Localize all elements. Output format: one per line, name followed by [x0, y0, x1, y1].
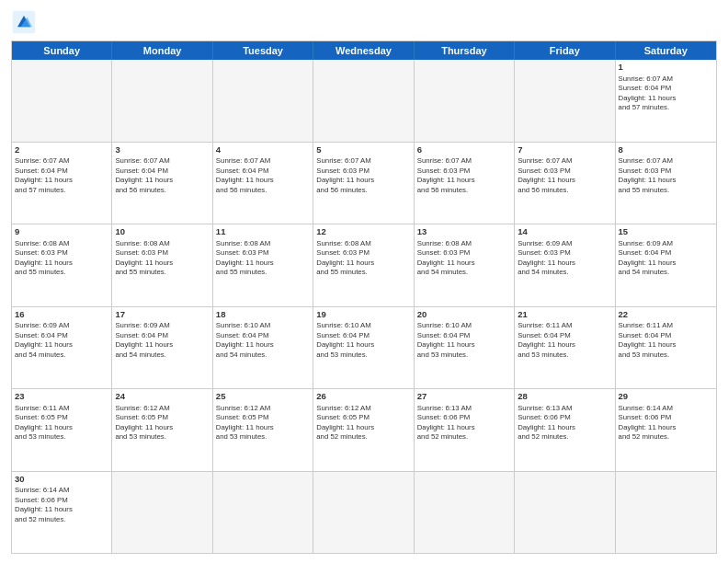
- day-info: Sunrise: 6:10 AM Sunset: 6:04 PM Dayligh…: [216, 321, 310, 360]
- day-cell: 9Sunrise: 6:08 AM Sunset: 6:03 PM Daylig…: [12, 224, 112, 306]
- day-info: Sunrise: 6:08 AM Sunset: 6:03 PM Dayligh…: [417, 239, 511, 278]
- day-cell: [313, 472, 414, 554]
- day-number: 23: [15, 391, 108, 403]
- day-info: Sunrise: 6:07 AM Sunset: 6:04 PM Dayligh…: [115, 156, 209, 195]
- logo-icon: [11, 9, 37, 35]
- day-cell: 1Sunrise: 6:07 AM Sunset: 6:04 PM Daylig…: [616, 60, 716, 142]
- day-header-friday: Friday: [515, 41, 615, 60]
- day-header-sunday: Sunday: [12, 41, 112, 60]
- day-number: 29: [619, 391, 713, 403]
- day-info: Sunrise: 6:08 AM Sunset: 6:03 PM Dayligh…: [216, 239, 310, 278]
- day-number: 10: [115, 226, 209, 238]
- day-cell: [213, 60, 313, 142]
- day-number: 16: [15, 309, 108, 321]
- day-cell: 8Sunrise: 6:07 AM Sunset: 6:03 PM Daylig…: [616, 143, 716, 224]
- day-info: Sunrise: 6:07 AM Sunset: 6:04 PM Dayligh…: [619, 75, 713, 113]
- day-number: 24: [115, 391, 209, 403]
- day-cell: 18Sunrise: 6:10 AM Sunset: 6:04 PM Dayli…: [213, 307, 313, 389]
- day-info: Sunrise: 6:07 AM Sunset: 6:04 PM Dayligh…: [15, 156, 108, 195]
- day-number: 7: [518, 144, 611, 156]
- day-cell: 22Sunrise: 6:11 AM Sunset: 6:04 PM Dayli…: [616, 307, 716, 389]
- day-cell: 25Sunrise: 6:12 AM Sunset: 6:05 PM Dayli…: [213, 389, 313, 471]
- day-info: Sunrise: 6:11 AM Sunset: 6:05 PM Dayligh…: [15, 404, 108, 442]
- day-cell: [515, 472, 615, 554]
- day-cell: [415, 472, 515, 554]
- day-number: 18: [216, 309, 310, 321]
- day-cell: 2Sunrise: 6:07 AM Sunset: 6:04 PM Daylig…: [12, 143, 112, 224]
- day-info: Sunrise: 6:12 AM Sunset: 6:05 PM Dayligh…: [316, 404, 410, 442]
- day-cell: 10Sunrise: 6:08 AM Sunset: 6:03 PM Dayli…: [112, 224, 212, 306]
- day-number: 11: [216, 226, 310, 238]
- day-info: Sunrise: 6:07 AM Sunset: 6:03 PM Dayligh…: [619, 156, 713, 195]
- day-number: 13: [417, 226, 511, 238]
- day-headers: SundayMondayTuesdayWednesdayThursdayFrid…: [12, 41, 716, 60]
- day-header-tuesday: Tuesday: [213, 41, 313, 60]
- day-info: Sunrise: 6:09 AM Sunset: 6:03 PM Dayligh…: [518, 239, 611, 278]
- day-number: 4: [216, 144, 310, 156]
- day-number: 5: [316, 144, 410, 156]
- day-cell: 27Sunrise: 6:13 AM Sunset: 6:06 PM Dayli…: [415, 389, 515, 471]
- day-cell: 14Sunrise: 6:09 AM Sunset: 6:03 PM Dayli…: [515, 224, 615, 306]
- week-row-4: 23Sunrise: 6:11 AM Sunset: 6:05 PM Dayli…: [12, 389, 716, 472]
- day-header-thursday: Thursday: [415, 41, 515, 60]
- week-row-0: 1Sunrise: 6:07 AM Sunset: 6:04 PM Daylig…: [12, 60, 716, 143]
- day-cell: [112, 472, 212, 554]
- day-number: 28: [518, 391, 611, 403]
- day-number: 14: [518, 226, 611, 238]
- day-cell: 11Sunrise: 6:08 AM Sunset: 6:03 PM Dayli…: [213, 224, 313, 306]
- day-info: Sunrise: 6:07 AM Sunset: 6:03 PM Dayligh…: [316, 156, 410, 195]
- day-info: Sunrise: 6:10 AM Sunset: 6:04 PM Dayligh…: [316, 321, 410, 360]
- week-row-3: 16Sunrise: 6:09 AM Sunset: 6:04 PM Dayli…: [12, 307, 716, 390]
- day-cell: 15Sunrise: 6:09 AM Sunset: 6:04 PM Dayli…: [616, 224, 716, 306]
- day-info: Sunrise: 6:12 AM Sunset: 6:05 PM Dayligh…: [115, 404, 209, 442]
- day-cell: 7Sunrise: 6:07 AM Sunset: 6:03 PM Daylig…: [515, 143, 615, 224]
- day-cell: 28Sunrise: 6:13 AM Sunset: 6:06 PM Dayli…: [515, 389, 615, 471]
- day-header-saturday: Saturday: [616, 41, 716, 60]
- day-number: 9: [15, 226, 108, 238]
- day-number: 25: [216, 391, 310, 403]
- day-cell: 20Sunrise: 6:10 AM Sunset: 6:04 PM Dayli…: [415, 307, 515, 389]
- day-cell: 23Sunrise: 6:11 AM Sunset: 6:05 PM Dayli…: [12, 389, 112, 471]
- day-header-monday: Monday: [112, 41, 212, 60]
- day-number: 26: [316, 391, 410, 403]
- day-info: Sunrise: 6:10 AM Sunset: 6:04 PM Dayligh…: [417, 321, 511, 360]
- day-number: 21: [518, 309, 611, 321]
- day-number: 17: [115, 309, 209, 321]
- day-number: 8: [619, 144, 713, 156]
- day-cell: [12, 60, 112, 142]
- header: [11, 9, 717, 35]
- day-info: Sunrise: 6:07 AM Sunset: 6:03 PM Dayligh…: [518, 156, 611, 195]
- day-info: Sunrise: 6:08 AM Sunset: 6:03 PM Dayligh…: [316, 239, 410, 278]
- day-cell: 30Sunrise: 6:14 AM Sunset: 6:06 PM Dayli…: [12, 472, 112, 554]
- day-cell: [415, 60, 515, 142]
- day-info: Sunrise: 6:11 AM Sunset: 6:04 PM Dayligh…: [518, 321, 611, 360]
- day-number: 12: [316, 226, 410, 238]
- day-cell: 17Sunrise: 6:09 AM Sunset: 6:04 PM Dayli…: [112, 307, 212, 389]
- day-number: 1: [619, 62, 713, 74]
- day-number: 22: [619, 309, 713, 321]
- week-row-5: 30Sunrise: 6:14 AM Sunset: 6:06 PM Dayli…: [12, 472, 716, 554]
- calendar-body: 1Sunrise: 6:07 AM Sunset: 6:04 PM Daylig…: [12, 60, 716, 553]
- day-info: Sunrise: 6:14 AM Sunset: 6:06 PM Dayligh…: [619, 404, 713, 442]
- calendar: SundayMondayTuesdayWednesdayThursdayFrid…: [11, 40, 717, 554]
- day-cell: 24Sunrise: 6:12 AM Sunset: 6:05 PM Dayli…: [112, 389, 212, 471]
- day-cell: 5Sunrise: 6:07 AM Sunset: 6:03 PM Daylig…: [313, 143, 414, 224]
- day-number: 19: [316, 309, 410, 321]
- day-number: 3: [115, 144, 209, 156]
- week-row-1: 2Sunrise: 6:07 AM Sunset: 6:04 PM Daylig…: [12, 143, 716, 225]
- day-cell: [616, 472, 716, 554]
- day-number: 20: [417, 309, 511, 321]
- day-cell: [313, 60, 414, 142]
- day-header-wednesday: Wednesday: [313, 41, 414, 60]
- page: SundayMondayTuesdayWednesdayThursdayFrid…: [0, 0, 728, 563]
- day-cell: 4Sunrise: 6:07 AM Sunset: 6:04 PM Daylig…: [213, 143, 313, 224]
- day-info: Sunrise: 6:07 AM Sunset: 6:03 PM Dayligh…: [417, 156, 511, 195]
- day-cell: 19Sunrise: 6:10 AM Sunset: 6:04 PM Dayli…: [313, 307, 414, 389]
- day-info: Sunrise: 6:09 AM Sunset: 6:04 PM Dayligh…: [619, 239, 713, 278]
- day-info: Sunrise: 6:08 AM Sunset: 6:03 PM Dayligh…: [115, 239, 209, 278]
- day-cell: 21Sunrise: 6:11 AM Sunset: 6:04 PM Dayli…: [515, 307, 615, 389]
- day-number: 30: [15, 474, 108, 486]
- day-cell: 29Sunrise: 6:14 AM Sunset: 6:06 PM Dayli…: [616, 389, 716, 471]
- day-info: Sunrise: 6:09 AM Sunset: 6:04 PM Dayligh…: [115, 321, 209, 360]
- day-number: 2: [15, 144, 108, 156]
